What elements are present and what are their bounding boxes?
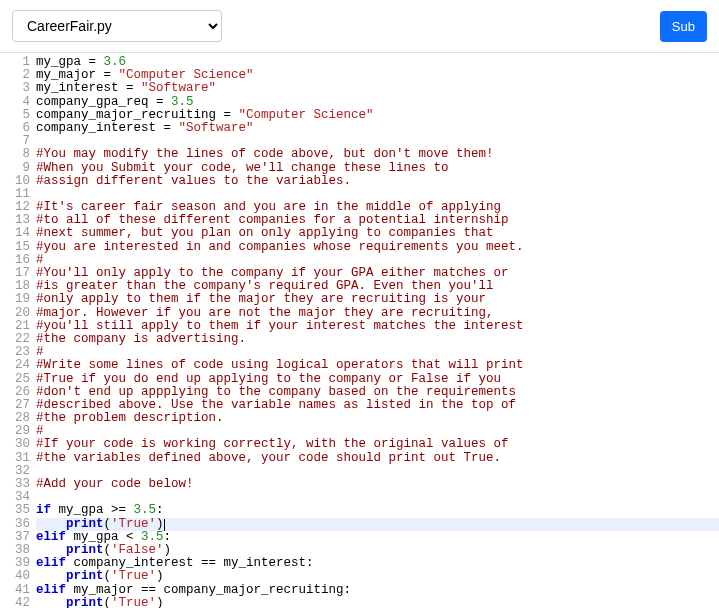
line-number: 5 — [0, 109, 30, 122]
line-number: 37 — [0, 531, 30, 544]
line-number: 35 — [0, 504, 30, 517]
line-number: 42 — [0, 597, 30, 608]
code-token: company_gpa_req = — [36, 95, 171, 109]
line-number: 9 — [0, 162, 30, 175]
code-token: ) — [156, 517, 164, 531]
line-number: 19 — [0, 293, 30, 306]
code-token: my_gpa < — [66, 530, 141, 544]
code-token: ( — [104, 569, 112, 583]
code-area[interactable]: my_gpa = 3.6my_major = "Computer Science… — [36, 56, 719, 608]
line-number: 3 — [0, 82, 30, 95]
code-line[interactable]: #you are interested in and companies who… — [36, 241, 719, 254]
code-token — [36, 596, 66, 608]
code-token: #only apply to them if the major they ar… — [36, 292, 486, 306]
code-token: ) — [164, 543, 172, 557]
code-token: #When you Submit your code, we'll change… — [36, 161, 449, 175]
code-token: print — [66, 596, 104, 608]
code-token: #is greater than the company's required … — [36, 279, 494, 293]
code-token: 'True' — [111, 569, 156, 583]
file-select[interactable]: CareerFair.py — [12, 10, 222, 42]
code-line[interactable]: print('True') — [36, 597, 719, 608]
code-token: ( — [104, 517, 112, 531]
code-token: "Computer Science" — [119, 68, 254, 82]
code-token: my_gpa = — [36, 55, 104, 69]
code-editor[interactable]: 1234567891011121314151617181920212223242… — [0, 53, 719, 608]
code-token: #Add your code below! — [36, 477, 194, 491]
code-token: if — [36, 503, 51, 517]
code-token: ) — [156, 596, 164, 608]
line-number: 31 — [0, 452, 30, 465]
code-token: # — [36, 424, 44, 438]
line-number: 41 — [0, 584, 30, 597]
code-token: ( — [104, 543, 112, 557]
submit-button[interactable]: Sub — [660, 11, 707, 42]
code-line[interactable]: #Add your code below! — [36, 478, 719, 491]
code-token: ) — [156, 569, 164, 583]
code-token: #the company is advertising. — [36, 332, 246, 346]
code-token: 3.6 — [104, 55, 127, 69]
code-token: #described above. Use the variable names… — [36, 398, 516, 412]
code-token: 3.5 — [141, 530, 164, 544]
line-number: 8 — [0, 148, 30, 161]
code-token: #True if you do end up applying to the c… — [36, 372, 501, 386]
line-number: 4 — [0, 96, 30, 109]
code-token: company_interest = — [36, 121, 179, 135]
code-token: #assign different values to the variable… — [36, 174, 351, 188]
code-token: #to all of these different companies for… — [36, 213, 509, 227]
code-token: #You'll only apply to the company if you… — [36, 266, 509, 280]
line-number: 24 — [0, 359, 30, 372]
line-number: 30 — [0, 438, 30, 451]
code-line[interactable]: company_interest = "Software" — [36, 122, 719, 135]
code-token: # — [36, 253, 44, 267]
code-line[interactable]: #the company is advertising. — [36, 333, 719, 346]
line-number: 20 — [0, 307, 30, 320]
code-token: elif — [36, 530, 66, 544]
code-token: "Software" — [141, 81, 216, 95]
code-token: 'True' — [111, 517, 156, 531]
code-token: #It's career fair season and you are in … — [36, 200, 501, 214]
code-token: 'False' — [111, 543, 164, 557]
code-token: : — [156, 503, 164, 517]
code-token: #next summer, but you plan on only apply… — [36, 226, 494, 240]
line-number: 40 — [0, 570, 30, 583]
code-line[interactable]: #assign different values to the variable… — [36, 175, 719, 188]
code-line[interactable]: #the variables defined above, your code … — [36, 452, 719, 465]
code-token: elif — [36, 583, 66, 597]
code-line[interactable]: #the problem description. — [36, 412, 719, 425]
code-token: print — [66, 569, 104, 583]
code-token: #the problem description. — [36, 411, 224, 425]
code-token: 3.5 — [171, 95, 194, 109]
code-token: #don't end up appplying to the company b… — [36, 385, 516, 399]
code-token: elif — [36, 556, 66, 570]
code-token — [36, 569, 66, 583]
code-token — [36, 517, 66, 531]
code-token: #you are interested in and companies who… — [36, 240, 524, 254]
code-token: #the variables defined above, your code … — [36, 451, 501, 465]
line-number: 25 — [0, 373, 30, 386]
line-number: 15 — [0, 241, 30, 254]
code-token: #You may modify the lines of code above,… — [36, 147, 494, 161]
code-token: my_major = — [36, 68, 119, 82]
code-token: company_interest == my_interest: — [66, 556, 314, 570]
code-token: print — [66, 517, 104, 531]
top-bar: CareerFair.py Sub — [0, 0, 719, 53]
line-number: 14 — [0, 227, 30, 240]
code-token: my_interest = — [36, 81, 141, 95]
line-gutter: 1234567891011121314151617181920212223242… — [0, 56, 36, 608]
code-token: print — [66, 543, 104, 557]
code-token: ( — [104, 596, 112, 608]
code-token: company_major_recruiting = — [36, 108, 239, 122]
code-token: my_gpa >= — [51, 503, 134, 517]
code-token: 'True' — [111, 596, 156, 608]
code-token: 3.5 — [134, 503, 157, 517]
text-cursor — [164, 519, 165, 531]
code-token: : — [164, 530, 172, 544]
code-token: #Write some lines of code using logical … — [36, 358, 524, 372]
code-token: "Software" — [179, 121, 254, 135]
code-token: # — [36, 345, 44, 359]
line-number: 26 — [0, 386, 30, 399]
code-token — [36, 543, 66, 557]
line-number: 21 — [0, 320, 30, 333]
code-token: my_major == company_major_recruiting: — [66, 583, 351, 597]
code-token: #If your code is working correctly, with… — [36, 437, 509, 451]
